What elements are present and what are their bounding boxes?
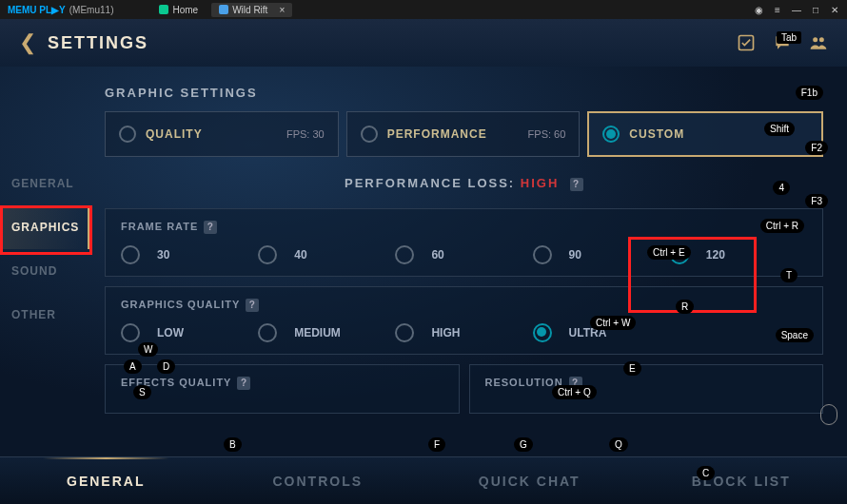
gq-ultra[interactable]: ULTRA	[533, 323, 670, 342]
help-icon[interactable]: ?	[246, 299, 259, 312]
close-tab-icon[interactable]: ×	[279, 5, 285, 15]
memu-logo: MEMU PL▶Y	[8, 5, 66, 15]
tab-home[interactable]: Home	[151, 3, 206, 17]
minimize-icon[interactable]: —	[792, 5, 801, 14]
graphic-settings-title: GRAPHIC SETTINGS	[105, 86, 823, 100]
sidebar-item-sound[interactable]: SOUND	[0, 249, 90, 293]
emulator-tabs: Home Wild Rift ×	[151, 3, 292, 17]
bottom-tab-general[interactable]: GENERAL	[0, 457, 212, 504]
performance-loss-label: PERFORMANCE LOSS: HIGH ?	[105, 176, 823, 191]
gq-low[interactable]: LOW	[121, 323, 258, 342]
maximize-icon[interactable]: □	[811, 5, 820, 14]
preset-performance[interactable]: PERFORMANCE FPS: 60	[346, 111, 581, 157]
close-icon[interactable]: ✕	[830, 5, 839, 14]
window-controls: ◉ ≡ — □ ✕	[754, 5, 839, 14]
radio-icon	[119, 126, 136, 143]
fps-60[interactable]: 60	[395, 245, 532, 264]
sidebar-item-general[interactable]: GENERAL	[0, 162, 90, 205]
fps-40[interactable]: 40	[258, 245, 395, 264]
resolution-row: RESOLUTION?	[469, 364, 824, 414]
wildrift-icon	[219, 5, 228, 14]
tab-keyhint: Tab	[777, 31, 801, 44]
help-icon[interactable]: ?	[570, 178, 583, 191]
checklist-icon[interactable]	[737, 33, 756, 52]
sidebar-item-graphics[interactable]: GRAPHICS	[0, 205, 90, 249]
account-icon[interactable]: ◉	[754, 5, 763, 14]
bottom-tab-controls[interactable]: CONTROLS	[212, 457, 424, 504]
graphics-quality-row: GRAPHICS QUALITY? LOW MEDIUM HIGH ULTRA	[105, 286, 823, 355]
svg-point-1	[813, 37, 817, 42]
emulator-titlebar: MEMU PL▶Y (MEmu11) Home Wild Rift × ◉ ≡ …	[0, 0, 847, 19]
preset-quality[interactable]: QUALITY FPS: 30	[105, 111, 339, 157]
preset-custom[interactable]: CUSTOM	[587, 111, 823, 157]
sidebar-item-other[interactable]: OTHER	[0, 293, 90, 337]
radio-icon	[602, 126, 620, 143]
help-icon[interactable]: ?	[569, 377, 582, 390]
bottom-tabs: GENERAL CONTROLS QUICK CHAT BLOCK LIST	[0, 456, 847, 504]
help-icon[interactable]: ?	[237, 377, 250, 390]
settings-main: GRAPHIC SETTINGS QUALITY FPS: 30 PERFORM…	[90, 67, 847, 456]
svg-point-2	[819, 37, 824, 42]
page-title: SETTINGS	[48, 33, 148, 53]
radio-icon	[361, 126, 378, 143]
fps-90[interactable]: 90	[533, 245, 670, 264]
preset-row: QUALITY FPS: 30 PERFORMANCE FPS: 60 CUST…	[105, 111, 823, 157]
frame-rate-row: FRAME RATE? 30 40 60 90 120	[105, 208, 823, 277]
game-header: ❮ SETTINGS Tab	[0, 19, 847, 67]
friends-icon[interactable]	[809, 33, 828, 52]
fps-30[interactable]: 30	[121, 245, 258, 264]
fps-120[interactable]: 120	[670, 245, 807, 264]
gq-high[interactable]: HIGH	[395, 323, 532, 342]
home-icon	[159, 5, 168, 14]
settings-sidebar: GENERAL GRAPHICS SOUND OTHER	[0, 67, 90, 456]
bottom-tab-blocklist[interactable]: BLOCK LIST	[636, 457, 848, 504]
emulator-instance-name: (MEmu11)	[69, 5, 114, 15]
effects-quality-row: EFFECTS QUALITY?	[105, 364, 460, 414]
menu-icon[interactable]: ≡	[773, 5, 782, 14]
tab-wildrift[interactable]: Wild Rift ×	[211, 3, 292, 17]
help-icon[interactable]: ?	[204, 221, 217, 234]
gq-medium[interactable]: MEDIUM	[258, 323, 395, 342]
back-button[interactable]: ❮	[19, 30, 36, 55]
bottom-tab-quickchat[interactable]: QUICK CHAT	[424, 457, 636, 504]
